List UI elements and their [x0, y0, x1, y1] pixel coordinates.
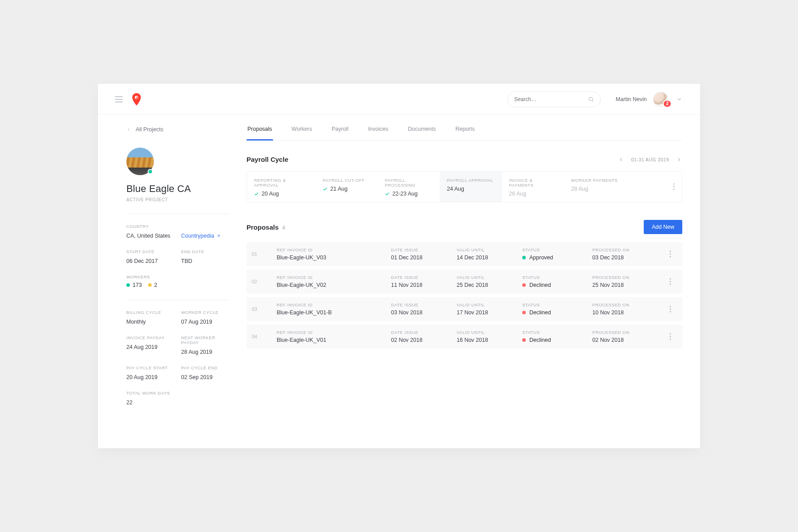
countrypedia-link[interactable]: Countrypedia [181, 233, 221, 239]
tab-documents[interactable]: Documents [407, 126, 437, 140]
cycle-step-cutoff[interactable]: PAYROLL CUT-OFF 21 Aug [316, 172, 378, 202]
cycle-step-reporting[interactable]: REPORTING & APPROVAL 20 Aug [247, 172, 316, 202]
tab-workers[interactable]: Workers [291, 126, 313, 140]
search-input[interactable] [514, 96, 584, 102]
table-row[interactable]: 03 REF INVOICE IDBlue-Eagle-UK_V01-B DAT… [246, 297, 682, 321]
avatar[interactable]: 2 [653, 92, 668, 107]
more-vertical-icon [669, 305, 671, 313]
svg-point-16 [670, 333, 671, 335]
chevron-down-icon [676, 96, 682, 102]
table-row[interactable]: 01 REF INVOICE IDBlue-Eagle-UK_V03 DATE … [246, 242, 682, 266]
worker-cycle-value: 07 Aug 2019 [181, 319, 212, 325]
svg-point-12 [670, 284, 671, 285]
country-label: COUNTRY [126, 224, 174, 229]
svg-point-11 [670, 281, 671, 282]
start-date-label: START DATE [126, 249, 174, 254]
more-vertical-icon [669, 333, 671, 340]
menu-icon[interactable] [115, 96, 123, 102]
cycle-step-worker-payments[interactable]: WORKER PAYMENTS 28 Aug [564, 172, 626, 202]
app-window: Martin Nevin 2 All Projects Blue Eagle C… [98, 84, 700, 448]
svg-point-4 [673, 184, 675, 185]
svg-point-10 [670, 278, 671, 280]
more-vertical-icon [669, 278, 671, 285]
project-details-panel: All Projects Blue Eagle CA ACTIVE PROJEC… [98, 115, 246, 448]
invoice-payday-value: 24 Aug 2019 [126, 344, 157, 350]
worker-cycle-label: WORKER CYCLE [181, 310, 229, 315]
status-badge: Declined [522, 337, 589, 343]
user-menu[interactable]: Martin Nevin 2 [616, 92, 682, 107]
cycle-step-invoice[interactable]: INVOICE & PAYMENTS 26 Aug [502, 172, 564, 202]
country-value: CA, United States [126, 233, 170, 239]
row-more-button[interactable] [662, 250, 678, 258]
svg-point-6 [673, 189, 675, 190]
proposals-title: Proposals [246, 223, 279, 231]
total-work-days-value: 22 [126, 399, 133, 406]
more-vertical-icon [669, 250, 671, 258]
table-row[interactable]: 02 REF INVOICE IDBlue-Eagle-UK_V02 DATE … [246, 270, 682, 293]
app-header: Martin Nevin 2 [98, 84, 700, 115]
row-more-button[interactable] [662, 278, 678, 285]
end-date-value: TBD [181, 258, 192, 264]
svg-line-3 [217, 235, 219, 237]
tab-proposals[interactable]: Proposals [246, 126, 273, 140]
status-badge: Approved [522, 254, 589, 261]
svg-point-7 [670, 251, 671, 252]
cycle-step-processing[interactable]: PAYROLL PROCESSING 22-23 Aug [378, 172, 440, 202]
proposals-table: 01 REF INVOICE IDBlue-Eagle-UK_V03 DATE … [246, 242, 682, 348]
more-vertical-icon [673, 183, 675, 190]
pay-cycle-start-value: 20 Aug 2019 [126, 374, 157, 380]
status-badge: Declined [522, 309, 589, 316]
tab-reports[interactable]: Reports [454, 126, 476, 140]
project-avatar [126, 148, 154, 175]
check-icon [323, 187, 328, 192]
row-number: 03 [252, 306, 273, 312]
svg-point-8 [670, 254, 671, 255]
date-range-nav: 01-31 AUG 2019 [618, 156, 682, 163]
row-more-button[interactable] [662, 305, 678, 313]
payroll-cycle-title: Payroll Cycle [246, 156, 288, 163]
project-subtitle: ACTIVE PROJECT [126, 197, 229, 202]
breadcrumb-back[interactable]: All Projects [126, 126, 229, 133]
tab-payroll[interactable]: Payroll [331, 126, 349, 140]
external-link-icon [216, 234, 221, 239]
cycle-step-approval[interactable]: PAYROLL APPROVAL 24 Aug [440, 172, 502, 202]
check-icon [254, 192, 259, 196]
cycle-more-button[interactable] [666, 172, 682, 202]
project-status-dot [148, 169, 153, 174]
billing-cycle-label: BILLING CYCLE [126, 310, 174, 315]
row-number: 04 [252, 334, 273, 339]
row-number: 01 [252, 251, 273, 257]
table-row[interactable]: 04 REF INVOICE IDBlue-Eagle-UK_V01 DATE … [246, 325, 682, 348]
svg-point-15 [670, 311, 671, 313]
app-logo[interactable] [132, 93, 141, 106]
check-icon [385, 192, 390, 196]
next-range-button[interactable] [676, 156, 682, 163]
notification-badge: 2 [663, 100, 672, 108]
invoice-payday-label: INVOICE PAYDAY [126, 335, 174, 340]
search-input-wrapper[interactable] [508, 91, 601, 107]
pay-cycle-start-label: PAY CYCLE START [126, 365, 174, 370]
user-name: Martin Nevin [616, 96, 647, 102]
next-worker-payday-value: 28 Aug 2019 [181, 349, 212, 355]
next-worker-payday-label: NEXT WORKER PAYDAY [181, 335, 229, 345]
prev-range-button[interactable] [618, 156, 624, 163]
date-range-label: 01-31 AUG 2019 [631, 157, 669, 162]
billing-cycle-value: Monthly [126, 319, 146, 325]
project-title: Blue Eagle CA [126, 183, 229, 195]
row-number: 02 [252, 279, 273, 284]
svg-point-17 [670, 336, 671, 337]
tabs: Proposals Workers Payroll Invoices Docum… [246, 115, 682, 141]
add-new-button[interactable]: Add New [644, 220, 682, 234]
total-work-days-label: TOTAL WORK DAYS [126, 391, 229, 395]
pay-cycle-end-label: PAY CYCLE END [181, 365, 229, 370]
svg-point-9 [670, 256, 671, 258]
svg-point-14 [670, 309, 671, 310]
payroll-cycle-strip: REPORTING & APPROVAL 20 Aug PAYROLL CUT-… [246, 171, 682, 202]
proposals-count: 4 [282, 225, 286, 231]
pay-cycle-end-value: 02 Sep 2019 [181, 374, 213, 380]
row-more-button[interactable] [662, 333, 678, 340]
start-date-value: 06 Dec 2017 [126, 258, 158, 264]
svg-point-5 [673, 186, 675, 188]
breadcrumb-label: All Projects [136, 126, 164, 133]
tab-invoices[interactable]: Invoices [367, 126, 389, 140]
